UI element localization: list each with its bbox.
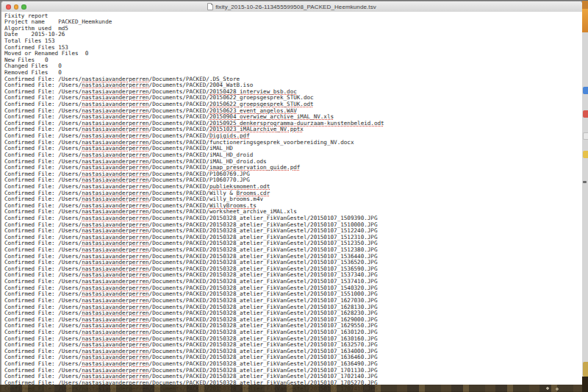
desktop-icon-yellow[interactable] <box>583 151 588 158</box>
desktop-right-sliver <box>582 0 588 392</box>
title-bar[interactable]: fixity_2015-10-26-113455599508_PACKED_He… <box>1 1 582 13</box>
wallpaper-dark-corner <box>582 377 588 392</box>
desktop-icon-red[interactable] <box>583 110 588 118</box>
window-title: fixity_2015-10-26-113455599508_PACKED_He… <box>215 4 376 10</box>
document-icon <box>207 3 213 10</box>
report-header-line: Date 2015-10-26 <box>4 32 582 38</box>
desktop-icon-dash[interactable] <box>583 181 587 183</box>
wallpaper-orange-patch <box>582 9 588 32</box>
wallpaper-bottom-strip <box>0 385 588 392</box>
desktop-icon-tan[interactable] <box>583 362 588 377</box>
report-header-line: Confirmed Files 153 <box>4 45 582 51</box>
report-header-line: Moved or Renamed Files 0 <box>4 51 582 57</box>
wallpaper-orange-corner <box>582 0 588 9</box>
desktop-icon-pale[interactable] <box>583 132 588 140</box>
report-header-line: Project name PACKED_Heemkunde <box>4 19 582 26</box>
report-header-line: Total Files 153 <box>4 38 582 45</box>
report-header-line: New Files 0 <box>4 57 582 64</box>
report-content[interactable]: Fixity reportProject name PACKED_Heemkun… <box>1 12 582 391</box>
report-header-line: Changed Files 0 <box>4 63 582 70</box>
window-title-group: fixity_2015-10-26-113455599508_PACKED_He… <box>1 1 582 12</box>
fixity-report-window: fixity_2015-10-26-113455599508_PACKED_He… <box>1 1 583 392</box>
screen-top-edge <box>0 0 588 1</box>
desktop-icon-blue[interactable] <box>583 87 588 94</box>
report-header-line: Algorithm used md5 <box>4 26 582 32</box>
